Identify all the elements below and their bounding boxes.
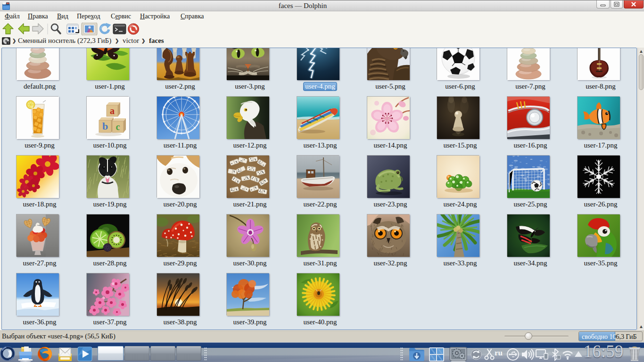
svg-text:a: a	[110, 106, 115, 116]
svg-text:b: b	[102, 120, 108, 132]
svg-text:c: c	[116, 122, 120, 132]
